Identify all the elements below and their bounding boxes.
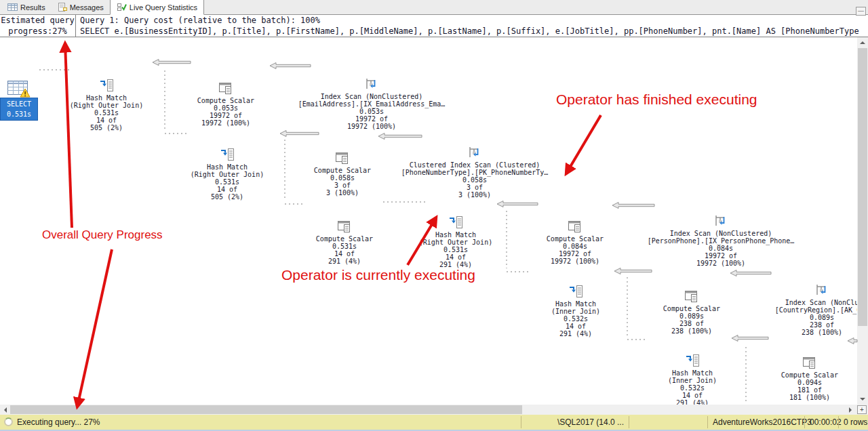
tab-messages[interactable]: Messages bbox=[52, 0, 110, 14]
plan-node-line: 19972 of bbox=[494, 250, 656, 258]
plan-node-line: 0.058s bbox=[393, 176, 556, 184]
status-row-count: 0 rows bbox=[844, 417, 867, 427]
status-elapsed-time: 00:00:02 bbox=[810, 417, 842, 427]
compute-operator-icon bbox=[144, 81, 307, 97]
plan-node-line: 181 of bbox=[728, 386, 857, 394]
vertical-scrollbar[interactable] bbox=[857, 37, 868, 405]
scroll-down-icon[interactable] bbox=[857, 394, 867, 405]
status-separator bbox=[707, 416, 708, 428]
annotation-finished-label: Operator has finished executing bbox=[556, 91, 757, 108]
plan-node-line: [PersonPhone].[IX_PersonPhone_Phone… bbox=[639, 237, 802, 245]
status-server: \SQL2017 (14.0 ... bbox=[529, 417, 624, 427]
scan-operator-icon bbox=[290, 77, 453, 93]
compute-operator-icon bbox=[494, 219, 656, 235]
query-cost-header: Query 1: Query cost (relative to the bat… bbox=[76, 15, 868, 37]
plan-node-line: 3 of bbox=[393, 184, 556, 191]
vertical-scrollbar-thumb[interactable] bbox=[858, 48, 867, 326]
estimated-progress-line2: progress:27% bbox=[0, 26, 75, 37]
plan-zoom-button[interactable]: + bbox=[857, 405, 867, 414]
scroll-up-icon[interactable] bbox=[857, 37, 867, 47]
messages-icon bbox=[58, 3, 67, 12]
plan-node-line: 19972 (100%) bbox=[494, 258, 656, 265]
plan-node-line: Compute Scalar bbox=[728, 371, 857, 379]
tab-results[interactable]: Results bbox=[1, 0, 52, 14]
plan-node-line: [EmailAddress].[IX_EmailAddress_Ema… bbox=[290, 100, 453, 108]
results-tab-bar: Results Messages Live Query Statistics bbox=[0, 0, 868, 15]
plan-node-line: 19972 of bbox=[290, 115, 453, 123]
scan-operator-icon bbox=[639, 213, 802, 230]
plan-node-line: 238 (100%) bbox=[741, 329, 857, 336]
scan-operator-icon bbox=[393, 145, 556, 161]
plan-node-line: 3 (100%) bbox=[393, 191, 556, 199]
plan-node-line: 19972 of bbox=[144, 112, 307, 119]
plan-node-line: 0.053s bbox=[144, 104, 307, 112]
plan-header: Estimated query progress:27% Query 1: Qu… bbox=[0, 15, 868, 37]
tab-results-label: Results bbox=[20, 3, 45, 12]
plan-node-line: Compute Scalar bbox=[144, 97, 307, 104]
plan-node-line: Index Scan (NonClustered) bbox=[639, 230, 802, 237]
plan-node-compute[interactable]: Compute Scalar0.094s181 of181 (100%) bbox=[728, 355, 857, 401]
horizontal-scrollbar-thumb[interactable] bbox=[10, 405, 522, 414]
plan-node-line: 19972 (100%) bbox=[144, 119, 307, 127]
status-separator bbox=[838, 416, 839, 428]
plan-node-scan[interactable]: Clustered Index Scan (Clustered)[PhoneNu… bbox=[393, 145, 556, 199]
plan-node-compute[interactable]: Compute Scalar0.053s19972 of19972 (100%) bbox=[144, 81, 307, 127]
plan-node-line: 19972 (100%) bbox=[290, 123, 453, 130]
plan-node-line: Index Scan (NonClustered) bbox=[290, 93, 453, 100]
estimated-progress-line1: Estimated query bbox=[0, 15, 75, 26]
plan-node-line: [CountryRegion].[AK_Cou bbox=[741, 306, 857, 314]
plan-node-line: 19972 (100%) bbox=[639, 260, 802, 267]
plan-node-line: 0.089s bbox=[741, 314, 857, 321]
query-cost-line: Query 1: Query cost (relative to the bat… bbox=[80, 15, 856, 26]
plan-node-scan[interactable]: Index Scan (NonClustered)[PersonPhone].[… bbox=[639, 213, 802, 267]
compute-operator-icon bbox=[728, 355, 857, 371]
plan-node-line: Index Scan (NonClu bbox=[741, 299, 857, 306]
plan-node-line: [PhoneNumberType].[PK_PhoneNumberTy… bbox=[393, 169, 556, 176]
status-separator bbox=[804, 416, 805, 428]
collapse-plan-button[interactable]: — bbox=[856, 7, 866, 16]
tab-live-query-statistics[interactable]: Live Query Statistics bbox=[110, 0, 204, 15]
live-query-statistics-icon bbox=[117, 3, 127, 12]
status-separator bbox=[521, 416, 521, 428]
status-bar: Executing query... 27% \SQL2017 (14.0 ..… bbox=[0, 415, 868, 430]
annotation-executing-label: Operator is currently executing bbox=[281, 267, 475, 283]
executing-spinner-icon bbox=[4, 417, 13, 426]
plan-node-line: 19972 of bbox=[639, 252, 802, 260]
results-grid-icon bbox=[7, 3, 18, 12]
plan-node-line: Clustered Index Scan (Clustered) bbox=[393, 161, 556, 169]
annotation-overall-progress-label: Overall Query Progress bbox=[42, 228, 163, 242]
plan-node-line: 0.084s bbox=[639, 245, 802, 252]
status-separator bbox=[629, 416, 629, 428]
horizontal-scrollbar[interactable] bbox=[0, 405, 868, 415]
plan-node-line: 238 of bbox=[741, 321, 857, 329]
status-executing-text: Executing query... 27% bbox=[17, 417, 100, 427]
plan-node-compute[interactable]: Compute Scalar0.084s19972 of19972 (100%) bbox=[494, 219, 656, 265]
query-text-line: SELECT e.[BusinessEntityID], p.[Title], … bbox=[80, 26, 856, 37]
status-database: AdventureWorks2016CTP3 bbox=[713, 417, 812, 427]
plan-node-line: Compute Scalar bbox=[494, 235, 656, 243]
estimated-progress-box: Estimated query progress:27% bbox=[0, 15, 76, 37]
scan-operator-icon bbox=[741, 283, 857, 299]
plan-node-line: 181 (100%) bbox=[728, 394, 857, 401]
tab-messages-label: Messages bbox=[70, 3, 104, 12]
plan-node-line: 0.053s bbox=[290, 108, 453, 115]
plan-node-line: 0.094s bbox=[728, 379, 857, 386]
plan-node-scan[interactable]: Index Scan (NonClu[CountryRegion].[AK_Co… bbox=[741, 283, 857, 336]
tab-live-query-statistics-label: Live Query Statistics bbox=[130, 3, 197, 12]
scroll-right-icon[interactable] bbox=[846, 405, 856, 415]
scroll-left-icon[interactable] bbox=[0, 405, 10, 415]
plan-node-scan[interactable]: Index Scan (NonClustered)[EmailAddress].… bbox=[290, 77, 453, 130]
plan-node-line: 0.084s bbox=[494, 243, 656, 250]
